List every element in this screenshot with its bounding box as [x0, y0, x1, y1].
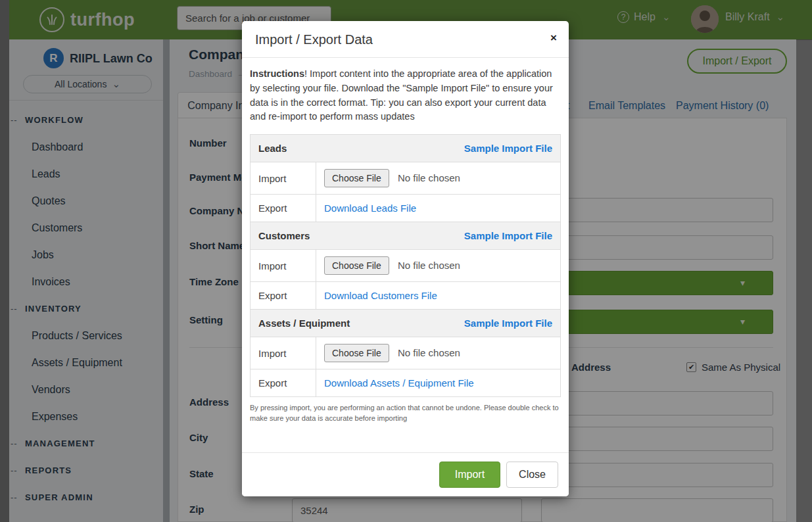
- modal-title: Import / Export Data: [255, 32, 373, 47]
- customers-sample-import-link[interactable]: Sample Import File: [464, 230, 552, 241]
- import-button[interactable]: Import: [439, 462, 500, 488]
- assets-export-label: Export: [251, 369, 316, 397]
- close-icon[interactable]: ×: [550, 32, 557, 45]
- instructions-bold: Instructions: [250, 68, 304, 79]
- leads-import-label: Import: [251, 162, 316, 195]
- assets-choose-file-button[interactable]: Choose File: [324, 344, 389, 362]
- import-export-modal: Import / Export Data × Instructions! Imp…: [242, 21, 569, 496]
- assets-sample-import-link[interactable]: Sample Import File: [464, 318, 552, 329]
- leads-export-row: Export Download Leads File: [251, 195, 561, 222]
- import-export-table: Leads Sample Import File Import Choose F…: [250, 134, 561, 397]
- customers-export-label: Export: [251, 282, 316, 310]
- assets-export-row: Export Download Assets / Equipment File: [251, 369, 561, 397]
- download-assets-link[interactable]: Download Assets / Equipment File: [324, 377, 474, 389]
- leads-section-header: Leads Sample Import File: [251, 135, 561, 162]
- modal-body: Instructions! Import content into the ap…: [242, 58, 569, 424]
- section-name-leads: Leads: [258, 143, 287, 154]
- assets-import-label: Import: [251, 337, 316, 369]
- customers-import-row: Import Choose File No file chosen: [251, 250, 561, 282]
- download-leads-link[interactable]: Download Leads File: [324, 202, 416, 214]
- customers-import-label: Import: [251, 250, 316, 282]
- assets-section-header: Assets / Equipment Sample Import File: [251, 310, 561, 337]
- import-warning-text: By pressing import, you are performing a…: [250, 403, 564, 424]
- leads-sample-import-link[interactable]: Sample Import File: [464, 143, 552, 154]
- section-name-assets: Assets / Equipment: [258, 318, 350, 329]
- leads-export-label: Export: [251, 195, 316, 222]
- modal-header: Import / Export Data ×: [242, 21, 569, 58]
- download-customers-link[interactable]: Download Customers File: [324, 290, 437, 301]
- customers-section-header: Customers Sample Import File: [251, 222, 561, 250]
- customers-export-row: Export Download Customers File: [251, 282, 561, 310]
- assets-file-status: No file chosen: [398, 347, 460, 358]
- section-name-customers: Customers: [258, 230, 310, 241]
- modal-footer: Import Close: [242, 452, 569, 496]
- leads-choose-file-button[interactable]: Choose File: [324, 169, 389, 187]
- assets-import-row: Import Choose File No file chosen: [251, 337, 561, 369]
- modal-instructions: Instructions! Import content into the ap…: [250, 67, 561, 124]
- customers-choose-file-button[interactable]: Choose File: [324, 256, 389, 275]
- leads-file-status: No file chosen: [398, 172, 460, 183]
- leads-import-row: Import Choose File No file chosen: [251, 162, 561, 195]
- customers-file-status: No file chosen: [398, 260, 460, 271]
- close-button[interactable]: Close: [506, 462, 558, 488]
